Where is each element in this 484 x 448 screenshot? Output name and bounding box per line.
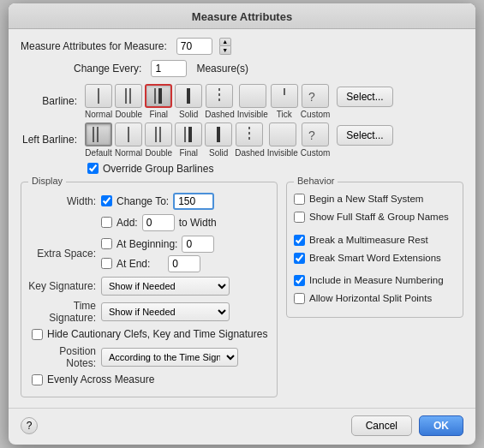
beh-checkbox-5[interactable] [294,293,305,304]
hide-cautionary-checkbox[interactable] [32,329,43,340]
barline-invisible-label: Invisible [237,110,268,119]
barline-solid-btn[interactable] [175,84,202,108]
evenly-label: Evenly Across Measure [47,373,154,385]
beh-checkbox-3[interactable] [294,253,305,264]
cancel-button[interactable]: Cancel [351,415,412,436]
add-input[interactable] [142,214,175,231]
beh-checkbox-1[interactable] [294,212,305,223]
barline-custom[interactable]: ? Custom [301,84,330,119]
lb-default[interactable]: Default [85,122,112,158]
beh-label-2: Break a Multimeasure Rest [309,234,428,247]
position-notes-select[interactable]: According to the Time Signature Evenly A… [101,348,238,367]
at-end-label: At End: [117,258,150,270]
lb-solid[interactable]: Solid [205,122,232,158]
lb-final-btn[interactable] [175,122,202,146]
svg-text:?: ? [308,128,315,142]
left-barline-label: Left Barline: [21,134,82,158]
left-barline-select-button[interactable]: Select... [337,125,392,146]
ok-button[interactable]: OK [419,415,463,436]
behavior-legend: Behavior [294,176,338,186]
barline-select-button[interactable]: Select... [337,87,392,107]
beh-item-1: Show Full Staff & Group Names [294,211,456,224]
svg-rect-4 [158,88,162,104]
lb-default-btn[interactable] [85,122,112,146]
beh-checkbox-0[interactable] [294,194,305,205]
barline-tick-label: Tick [277,110,292,119]
barline-label: Barline: [21,95,82,119]
measure-attributes-dialog: Measure Attributes Measure Attributes fo… [9,3,475,445]
evenly-checkbox[interactable] [32,374,43,385]
lb-default-label: Default [85,148,112,158]
lb-dashed[interactable]: Dashed [235,122,264,158]
barline-custom-label: Custom [301,110,330,119]
beh-item-0: Begin a New Staff System [294,193,456,206]
change-to-checkbox[interactable] [101,195,112,206]
width-label: Width: [28,195,101,207]
spinner-up[interactable]: ▲ [219,38,231,46]
spinner-down[interactable]: ▼ [219,46,231,55]
barline-tick[interactable]: Tick [271,84,298,119]
change-to-label: Change To: [117,195,169,207]
lb-normal[interactable]: Normal [115,122,142,158]
lb-invisible[interactable]: Invisible [267,122,298,158]
barline-dashed-btn[interactable] [206,84,233,108]
at-beginning-input[interactable] [182,236,214,253]
barline-custom-btn[interactable]: ? [302,84,329,108]
key-sig-select[interactable]: Show if Needed Always Show Never Show [101,277,230,296]
lb-final[interactable]: Final [175,122,202,158]
lb-dashed-btn[interactable] [236,122,263,146]
hide-cautionary-label: Hide Cautionary Clefs, Key and Time Sign… [47,328,267,342]
barline-double-btn[interactable] [115,84,142,108]
at-end-checkbox[interactable] [101,258,112,269]
barline-final[interactable]: Final [145,84,172,119]
barline-solid[interactable]: Solid [175,84,202,119]
at-beginning-label: At Beginning: [117,238,177,250]
beh-checkbox-4[interactable] [294,275,305,286]
lb-normal-label: Normal [115,148,142,158]
dialog-title: Measure Attributes [9,3,475,29]
lb-invisible-btn[interactable] [269,122,296,146]
svg-text:?: ? [308,90,315,104]
key-sig-label: Key Signature: [28,280,101,292]
barline-double[interactable]: Double [115,84,142,119]
beh-item-5: Allow Horizontal Split Points [294,292,456,305]
help-button[interactable]: ? [21,417,38,434]
lb-custom-label: Custom [301,148,330,158]
change-every-input[interactable] [151,60,187,77]
barline-tick-btn[interactable] [271,84,298,108]
add-checkbox[interactable] [101,217,112,228]
at-beginning-checkbox[interactable] [101,238,112,249]
lb-dashed-label: Dashed [235,148,264,158]
barline-normal[interactable]: Normal [85,84,112,119]
extra-space-label: Extra Space: [28,248,101,260]
at-end-input[interactable] [168,255,200,272]
lb-solid-btn[interactable] [205,122,232,146]
lb-invisible-label: Invisible [267,148,298,158]
barline-double-label: Double [115,110,142,119]
time-sig-select[interactable]: Show if Needed Always Show Never Show [101,302,230,321]
change-to-input[interactable] [173,193,214,210]
barline-final-label: Final [149,110,168,119]
beh-label-4: Include in Measure Numbering [309,274,444,287]
beh-checkbox-2[interactable] [294,235,305,246]
override-label: Override Group Barlines [103,163,213,175]
display-legend: Display [28,176,66,186]
barline-dashed[interactable]: Dashed [205,84,234,119]
lb-solid-label: Solid [209,148,228,158]
barline-invisible-btn[interactable] [239,84,266,108]
barline-dashed-label: Dashed [205,110,234,119]
barline-normal-btn[interactable] [85,84,112,108]
beh-item-2: Break a Multimeasure Rest [294,234,456,247]
lb-double[interactable]: Double [145,122,172,158]
override-checkbox[interactable] [87,163,99,174]
lb-normal-btn[interactable] [115,122,142,146]
barline-invisible[interactable]: Invisible [237,84,268,119]
barline-final-btn[interactable] [145,84,172,108]
measure-number-spinner[interactable]: ▲ ▼ [219,38,231,55]
measure-for-label: Measure Attributes for Measure: [21,40,167,52]
lb-custom[interactable]: ? Custom [301,122,330,158]
lb-custom-btn[interactable]: ? [302,122,329,146]
measure-number-input[interactable] [176,38,212,55]
lb-double-btn[interactable] [145,122,172,146]
time-sig-label: Time Signature: [28,300,101,324]
